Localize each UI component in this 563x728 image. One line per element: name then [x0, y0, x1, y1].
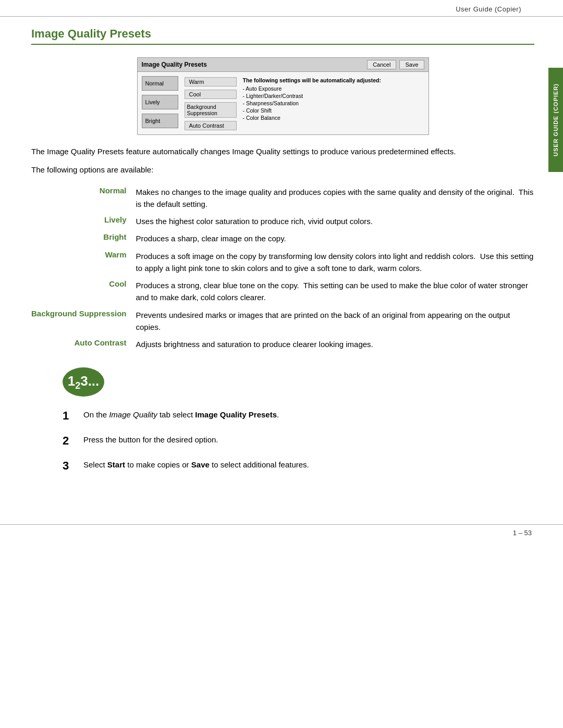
term-background-suppression: Background Suppression — [31, 306, 136, 336]
def-bright: Produces a sharp, clear image on the cop… — [136, 230, 534, 247]
definitions-table: Normal Makes no changes to the image qua… — [31, 183, 534, 353]
def-row-lively: Lively Uses the highest color saturation… — [31, 213, 534, 230]
term-normal: Normal — [31, 183, 136, 213]
page-footer: 1 – 53 — [0, 524, 563, 541]
page-number: 1 – 53 — [513, 529, 532, 537]
step-3-number: 3 — [63, 457, 83, 475]
def-auto-contrast: Adjusts brightness and saturation to pro… — [136, 336, 534, 353]
option-background-suppression[interactable]: BackgroundSuppression — [185, 102, 237, 118]
mockup-save-button[interactable]: Save — [399, 60, 424, 69]
term-lively: Lively — [31, 213, 136, 230]
steps-badge-area: 123... — [31, 367, 534, 397]
def-row-background: Background Suppression Prevents undesire… — [31, 306, 534, 336]
step-3-text: Select Start to make copies or Save to s… — [83, 457, 534, 471]
auto-adjust-item: Color Shift — [243, 107, 424, 114]
step-2: 2 Press the button for the desired optio… — [63, 432, 534, 450]
step-1: 1 On the Image Quality tab select Image … — [63, 407, 534, 425]
steps-list: 1 On the Image Quality tab select Image … — [63, 407, 534, 475]
auto-adjust-title: The following settings will be automatic… — [243, 77, 424, 83]
step-2-number: 2 — [63, 432, 83, 450]
side-tab: USER GUIDE (COPIER) — [548, 68, 563, 172]
option-cool[interactable]: Cool — [185, 90, 237, 99]
mockup-presets-col: Normal Lively Bright — [142, 76, 178, 130]
def-row-warm: Warm Produces a soft image on the copy b… — [31, 248, 534, 277]
step-2-text: Press the button for the desired option. — [83, 432, 534, 446]
mockup-cancel-button[interactable]: Cancel — [367, 60, 396, 69]
preset-normal[interactable]: Normal — [142, 76, 178, 91]
page-header: User Guide (Copier) — [0, 0, 563, 17]
term-auto-contrast: Auto Contrast — [31, 336, 136, 353]
mockup-header: Image Quality Presets Cancel Save — [138, 58, 429, 72]
def-lively: Uses the highest color saturation to pro… — [136, 213, 534, 230]
auto-adjust-item: Sharpness/Saturation — [243, 100, 424, 106]
step-1-text: On the Image Quality tab select Image Qu… — [83, 407, 534, 421]
page-title: Image Quality Presets — [31, 27, 534, 45]
def-row-cool: Cool Produces a strong, clear blue tone … — [31, 277, 534, 306]
def-normal: Makes no changes to the image quality an… — [136, 183, 534, 213]
term-warm: Warm — [31, 248, 136, 277]
def-background-suppression: Prevents undesired marks or images that … — [136, 306, 534, 336]
def-warm: Produces a soft image on the copy by tra… — [136, 248, 534, 277]
mockup-header-buttons: Cancel Save — [367, 60, 424, 69]
term-bright: Bright — [31, 230, 136, 247]
ui-mockup: Image Quality Presets Cancel Save Normal… — [137, 57, 429, 135]
step-1-number: 1 — [63, 407, 83, 425]
mockup-options-col: Warm Cool BackgroundSuppression Auto Con… — [185, 76, 237, 130]
auto-adjust-item: Auto Exposure — [243, 85, 424, 92]
term-cool: Cool — [31, 277, 136, 306]
mockup-info-col: The following settings will be automatic… — [243, 76, 424, 130]
def-row-normal: Normal Makes no changes to the image qua… — [31, 183, 534, 213]
preset-bright[interactable]: Bright — [142, 114, 178, 128]
auto-adjust-item: Lighter/Darker/Contrast — [243, 93, 424, 99]
auto-adjust-list: Auto Exposure Lighter/Darker/Contrast Sh… — [243, 85, 424, 121]
preset-lively[interactable]: Lively — [142, 95, 178, 109]
mockup-header-title: Image Quality Presets — [142, 61, 207, 68]
step-3: 3 Select Start to make copies or Save to… — [63, 457, 534, 475]
options-intro: The following options are available: — [31, 164, 534, 176]
header-title: User Guide (Copier) — [456, 5, 521, 13]
side-tab-label: USER GUIDE (COPIER) — [553, 83, 559, 156]
main-content: Image Quality Presets Image Quality Pres… — [0, 17, 563, 503]
option-auto-contrast[interactable]: Auto Contrast — [185, 121, 237, 130]
def-row-bright: Bright Produces a sharp, clear image on … — [31, 230, 534, 247]
option-warm[interactable]: Warm — [185, 77, 237, 87]
description-text: The Image Quality Presets feature automa… — [31, 145, 534, 157]
auto-adjust-item: Color Balance — [243, 115, 424, 121]
steps-badge-text: 123... — [68, 373, 100, 391]
mockup-body: Normal Lively Bright Warm Cool Backgroun… — [138, 72, 429, 134]
def-row-auto-contrast: Auto Contrast Adjusts brightness and sat… — [31, 336, 534, 353]
steps-badge: 123... — [63, 367, 104, 397]
def-cool: Produces a strong, clear blue tone on th… — [136, 277, 534, 306]
